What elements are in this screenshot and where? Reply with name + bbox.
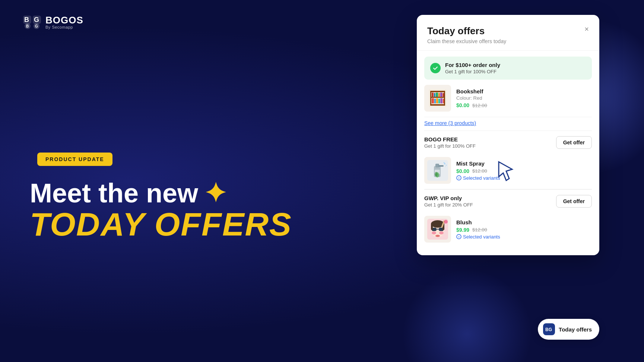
mist-spray-price-new: $0.00 <box>456 168 469 174</box>
modal-subtitle: Claim these exclusive offers today <box>427 38 589 44</box>
svg-rect-24 <box>440 98 442 103</box>
svg-text:i: i <box>459 176 459 180</box>
check-circle-icon <box>430 63 441 73</box>
blush-variants[interactable]: i Selected variants <box>456 234 500 240</box>
sparkle-icon: ✦ <box>204 179 226 208</box>
svg-rect-13 <box>444 91 445 106</box>
bookshelf-price: $0.00 $12.00 <box>456 102 487 108</box>
headline-line1: Meet the new ✦ <box>30 179 313 208</box>
blush-image <box>424 216 451 243</box>
svg-text:B: B <box>26 24 29 28</box>
mist-spray-price-old: $12.00 <box>472 168 487 174</box>
bogo-offer-desc: Get 1 gift for 100% OFF <box>424 143 476 149</box>
logo-sub: By Secomapp <box>45 25 83 29</box>
svg-text:BG: BG <box>545 327 552 332</box>
logo-brand: BOGOS <box>45 15 83 25</box>
product-update-badge: PRODUCT UPDATE <box>37 153 112 166</box>
blush-price: $9.99 $12.00 <box>456 227 500 233</box>
svg-text:i: i <box>459 235 459 238</box>
bookshelf-name: Bookshelf <box>456 88 487 94</box>
mist-spray-price: $0.00 $12.00 <box>456 168 500 174</box>
svg-rect-22 <box>436 98 438 103</box>
svg-rect-11 <box>430 104 445 106</box>
headline-line2: TODAY OFFERS <box>30 208 313 241</box>
modal-title: Today offers <box>427 25 589 37</box>
headline-text1: Meet the new <box>30 179 198 208</box>
bogo-get-offer-button[interactable]: Get offer <box>556 136 592 149</box>
svg-point-33 <box>444 162 445 163</box>
svg-rect-9 <box>430 91 445 92</box>
headline: Meet the new ✦ TODAY OFFERS <box>30 179 313 241</box>
active-offer-desc: Get 1 gift for 100% OFF <box>445 69 500 74</box>
modal-body: For $100+ order only Get 1 gift for 100%… <box>417 51 599 255</box>
bogo-offer-title: BOGO FREE <box>424 136 476 142</box>
blush-product-item: Blush $9.99 $12.00 i Selected variants <box>424 211 592 248</box>
svg-point-32 <box>445 166 446 167</box>
active-offer-title: For $100+ order only <box>445 62 500 68</box>
svg-point-46 <box>432 231 436 234</box>
svg-text:B: B <box>24 16 29 23</box>
see-more-link[interactable]: See more (3 products) <box>424 117 592 131</box>
svg-rect-19 <box>442 93 444 97</box>
gwp-offer-title: GWP. VIP only <box>424 195 473 201</box>
svg-rect-29 <box>438 165 444 167</box>
modal-close-button[interactable]: × <box>583 24 590 34</box>
svg-rect-25 <box>443 99 444 103</box>
svg-point-47 <box>439 231 444 234</box>
svg-point-31 <box>446 165 447 166</box>
blush-price-new: $9.99 <box>456 227 469 233</box>
mouse-cursor <box>495 160 517 182</box>
bookshelf-price-new: $0.00 <box>456 102 469 108</box>
svg-rect-17 <box>438 93 440 97</box>
bogo-offer-text: BOGO FREE Get 1 gift for 100% OFF <box>424 136 476 149</box>
bookshelf-variant: Colour: Red <box>456 95 487 101</box>
svg-rect-16 <box>436 93 438 97</box>
logo-text: BOGOS By Secomapp <box>45 15 83 29</box>
mist-spray-image <box>424 157 451 184</box>
svg-text:G: G <box>34 16 39 23</box>
gwp-offer-section: GWP. VIP only Get 1 gift for 20% OFF Get… <box>424 189 592 211</box>
svg-rect-20 <box>432 98 434 103</box>
svg-text:G: G <box>35 24 38 28</box>
today-offers-modal: Today offers Claim these exclusive offer… <box>417 15 599 255</box>
svg-rect-18 <box>440 93 442 97</box>
active-offer-section: For $100+ order only Get 1 gift for 100%… <box>424 57 592 80</box>
svg-point-48 <box>435 235 440 237</box>
bookshelf-product-item: Bookshelf Colour: Red $0.00 $12.00 <box>424 80 592 117</box>
mist-spray-info: Mist Spray $0.00 $12.00 i Selected varia… <box>456 160 500 181</box>
svg-rect-21 <box>434 99 436 103</box>
svg-rect-23 <box>438 99 440 103</box>
svg-marker-56 <box>499 162 512 180</box>
gwp-offer-desc: Get 1 gift for 20% OFF <box>424 202 473 208</box>
bookshelf-info: Bookshelf Colour: Red $0.00 $12.00 <box>456 88 487 108</box>
svg-point-36 <box>435 172 438 176</box>
bookshelf-price-old: $12.00 <box>472 103 487 108</box>
floating-btn-icon: BG <box>543 323 555 335</box>
mist-spray-variants[interactable]: i Selected variants <box>456 175 500 181</box>
svg-rect-43 <box>437 229 439 230</box>
gwp-get-offer-button[interactable]: Get offer <box>556 195 592 208</box>
svg-rect-14 <box>432 93 434 97</box>
blush-price-old: $12.00 <box>472 227 487 233</box>
blush-name: Blush <box>456 219 500 225</box>
active-offer-text: For $100+ order only Get 1 gift for 100%… <box>445 62 500 74</box>
logo-icon: B G B G <box>22 15 42 30</box>
svg-rect-15 <box>434 93 435 97</box>
blush-info: Blush $9.99 $12.00 i Selected variants <box>456 219 500 240</box>
gwp-offer-text: GWP. VIP only Get 1 gift for 20% OFF <box>424 195 473 208</box>
mist-spray-name: Mist Spray <box>456 160 500 167</box>
svg-rect-10 <box>430 97 445 98</box>
floating-today-offers-button[interactable]: BG Today offers <box>538 319 599 340</box>
bogo-offer-section: BOGO FREE Get 1 gift for 100% OFF Get of… <box>424 131 592 152</box>
svg-rect-12 <box>430 91 431 106</box>
svg-point-30 <box>444 163 445 164</box>
modal-header: Today offers Claim these exclusive offer… <box>417 15 599 51</box>
floating-btn-label: Today offers <box>559 326 592 333</box>
svg-rect-50 <box>431 224 433 230</box>
logo: B G B G BOGOS By Secomapp <box>22 15 83 30</box>
bookshelf-image <box>424 85 451 112</box>
